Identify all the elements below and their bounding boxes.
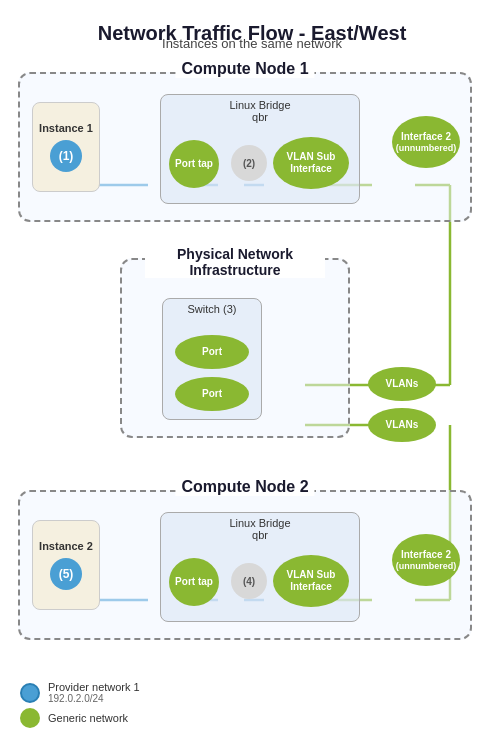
instance-2-label: Instance 2 [39, 540, 93, 552]
vlans-1: VLANs [368, 367, 436, 401]
legend-provider-label: Provider network 1 [48, 681, 140, 693]
vlan-sub-2: VLAN Sub Interface [273, 555, 349, 607]
vlans-2: VLANs [368, 408, 436, 442]
legend-generic-icon [20, 708, 40, 728]
legend-provider-ip: 192.0.2.0/24 [48, 693, 140, 704]
physical-network-box: Physical Network Infrastructure Switch (… [120, 258, 350, 438]
switch-box: Switch (3) Port Port [162, 298, 262, 420]
instance-2-circle: (5) [50, 558, 82, 590]
legend-generic: Generic network [20, 708, 140, 728]
linux-bridge-1-label: Linux Bridge qbr [161, 99, 359, 123]
compute-node-1: Compute Node 1 Instance 1 (1) Linux Brid… [18, 72, 472, 222]
instance-1-box: Instance 1 (1) [32, 102, 100, 192]
compute-node-2-label: Compute Node 2 [175, 478, 314, 496]
cloud-4: (4) [231, 563, 267, 599]
compute-node-2: Compute Node 2 Instance 2 (5) Linux Brid… [18, 490, 472, 640]
legend: Provider network 1 192.0.2.0/24 Generic … [20, 681, 140, 728]
switch-port-1: Port [175, 335, 249, 369]
vlan-sub-1: VLAN Sub Interface [273, 137, 349, 189]
port-tap-1: Port tap [169, 140, 219, 188]
linux-bridge-2-box: Linux Bridge qbr Port tap (4) VLAN Sub I… [160, 512, 360, 622]
interface-2-cn1: Interface 2 (unnumbered) [392, 116, 460, 168]
legend-generic-label: Generic network [48, 712, 128, 724]
instance-2-box: Instance 2 (5) [32, 520, 100, 610]
physical-network-label: Physical Network Infrastructure [145, 246, 325, 278]
instance-1-circle: (1) [50, 140, 82, 172]
legend-provider-icon [20, 683, 40, 703]
cloud-2: (2) [231, 145, 267, 181]
switch-port-2: Port [175, 377, 249, 411]
compute-node-1-label: Compute Node 1 [175, 60, 314, 78]
instance-1-label: Instance 1 [39, 122, 93, 134]
switch-label: Switch (3) [163, 303, 261, 315]
linux-bridge-1-box: Linux Bridge qbr Port tap (2) VLAN Sub I… [160, 94, 360, 204]
linux-bridge-2-label: Linux Bridge qbr [161, 517, 359, 541]
port-tap-2: Port tap [169, 558, 219, 606]
page-subtitle: Instances on the same network [0, 36, 504, 51]
interface-2-cn2: Interface 2 (unnumbered) [392, 534, 460, 586]
legend-provider: Provider network 1 192.0.2.0/24 [20, 681, 140, 704]
